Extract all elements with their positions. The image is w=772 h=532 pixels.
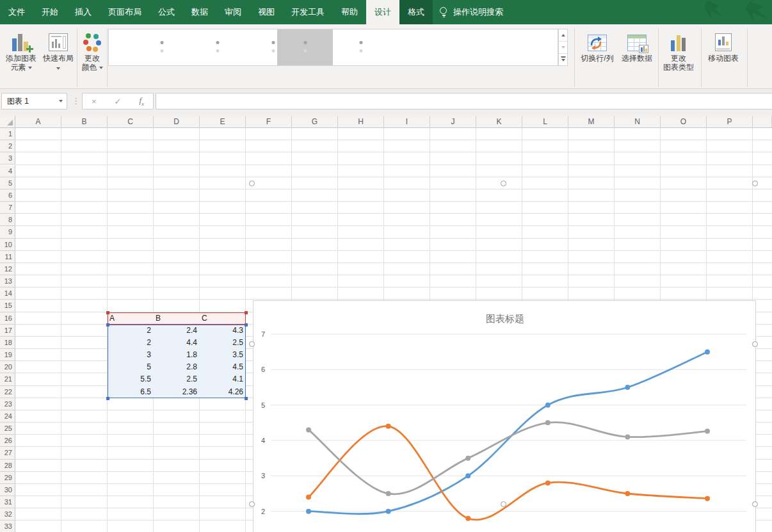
row-header-8[interactable]: 8 (0, 214, 15, 226)
row-header-4[interactable]: 4 (0, 165, 15, 177)
row-header-3[interactable]: 3 (0, 152, 15, 165)
column-header-B[interactable]: B (61, 116, 108, 128)
cell-value[interactable]: 1.8 (156, 349, 197, 361)
ribbon-tab-审阅[interactable]: 审阅 (216, 0, 250, 24)
ribbon-tab-数据[interactable]: 数据 (183, 0, 216, 24)
chart-object[interactable]: 01234567123456图表标题ABC (253, 300, 756, 532)
cell-header-A[interactable]: A (109, 312, 152, 325)
ribbon-tab-插入[interactable]: 插入 (67, 0, 100, 24)
column-header-O[interactable]: O (661, 116, 707, 128)
cell-value[interactable]: 4.1 (202, 373, 243, 385)
cell-value[interactable]: 3.5 (202, 349, 243, 361)
column-header-H[interactable]: H (338, 116, 384, 128)
chart-selection-handle[interactable] (249, 501, 255, 507)
column-header-K[interactable]: K (476, 116, 522, 128)
row-header-17[interactable]: 17 (0, 325, 15, 337)
cell-value[interactable]: 2 (109, 337, 151, 349)
chart-selection-handle[interactable] (501, 501, 506, 507)
chart-style-option-selected[interactable] (277, 29, 333, 65)
cell-value[interactable]: 4.5 (202, 361, 243, 373)
cancel-button[interactable]: × (92, 97, 97, 106)
chart-style-option[interactable] (134, 29, 189, 65)
formula-input[interactable] (156, 93, 772, 109)
cell-value[interactable]: 4.26 (202, 386, 243, 398)
change-chart-type-button[interactable]: 更改 图表类型 (661, 27, 696, 72)
row-header-2[interactable]: 2 (0, 140, 15, 152)
row-header-28[interactable]: 28 (0, 460, 15, 472)
row-header-24[interactable]: 24 (0, 410, 15, 423)
row-header-9[interactable]: 9 (0, 226, 15, 238)
chart-styles-gallery[interactable] (108, 29, 558, 66)
ribbon-tab-帮助[interactable]: 帮助 (333, 0, 366, 24)
row-header-6[interactable]: 6 (0, 189, 15, 202)
cell-value[interactable]: 5 (109, 361, 151, 373)
row-header-29[interactable]: 29 (0, 472, 15, 484)
cell-value[interactable]: 2.4 (156, 325, 197, 337)
add-chart-element-button[interactable]: 添加图表 元素 (2, 27, 40, 72)
ribbon-tab-设计[interactable]: 设计 (366, 0, 399, 24)
move-chart-button[interactable]: 移动图表 (704, 27, 743, 63)
row-header-22[interactable]: 22 (0, 386, 15, 398)
cell-value[interactable]: 2.5 (202, 337, 243, 349)
column-header-F[interactable]: F (246, 116, 292, 128)
row-header-7[interactable]: 7 (0, 202, 15, 214)
cell-header-C[interactable]: C (202, 312, 244, 325)
row-header-21[interactable]: 21 (0, 373, 15, 385)
column-header-N[interactable]: N (615, 116, 661, 128)
column-header-A[interactable]: A (15, 116, 61, 128)
ribbon-tab-公式[interactable]: 公式 (150, 0, 183, 24)
column-header-partial[interactable] (753, 116, 772, 128)
row-header-18[interactable]: 18 (0, 337, 15, 349)
cell-value[interactable]: 5.5 (109, 373, 151, 385)
chart-title[interactable]: 图表标题 (486, 313, 524, 324)
cell-header-B[interactable]: B (156, 312, 198, 325)
enter-button[interactable]: ✓ (115, 97, 122, 106)
row-header-30[interactable]: 30 (0, 484, 15, 496)
column-header-E[interactable]: E (200, 116, 246, 128)
ribbon-tab-页面布局[interactable]: 页面布局 (100, 0, 150, 24)
chart-selection-handle[interactable] (752, 341, 758, 347)
column-header-L[interactable]: L (522, 116, 568, 128)
column-header-G[interactable]: G (292, 116, 338, 128)
column-header-M[interactable]: M (568, 116, 615, 128)
chart-selection-handle[interactable] (752, 181, 758, 186)
column-header-P[interactable]: P (707, 116, 753, 128)
name-box[interactable]: 图表 1 (1, 93, 67, 109)
chart-selection-handle[interactable] (752, 501, 758, 507)
cell-value[interactable]: 2.5 (156, 373, 197, 385)
ribbon-tab-格式[interactable]: 格式 (399, 0, 433, 24)
ribbon-tab-开发工具[interactable]: 开发工具 (283, 0, 333, 24)
gallery-scroll-up-button[interactable] (559, 29, 567, 42)
cell-value[interactable]: 2.36 (156, 386, 197, 398)
row-header-15[interactable]: 15 (0, 300, 15, 312)
row-header-11[interactable]: 11 (0, 251, 15, 263)
row-header-12[interactable]: 12 (0, 263, 15, 275)
quick-layout-button[interactable]: 快速布局 (41, 27, 76, 72)
range-resize-handle[interactable] (245, 397, 248, 400)
row-header-5[interactable]: 5 (0, 177, 15, 189)
ribbon-tab-文件[interactable]: 文件 (0, 0, 33, 24)
cell-value[interactable]: 2.8 (156, 361, 197, 373)
range-resize-handle[interactable] (245, 311, 248, 314)
row-header-19[interactable]: 19 (0, 349, 15, 361)
chart-selection-handle[interactable] (249, 181, 255, 186)
column-header-J[interactable]: J (430, 116, 476, 128)
chart-style-option[interactable] (333, 29, 389, 65)
select-all-button[interactable] (0, 116, 15, 128)
row-header-26[interactable]: 26 (0, 435, 15, 447)
ribbon-tab-开始[interactable]: 开始 (33, 0, 67, 24)
gallery-scroll-down-button[interactable] (559, 42, 567, 54)
select-data-button[interactable]: 选择数据 (618, 27, 655, 63)
column-header-C[interactable]: C (108, 116, 154, 128)
chart-style-option[interactable] (189, 29, 245, 65)
row-header-16[interactable]: 16 (0, 312, 15, 325)
row-header-20[interactable]: 20 (0, 361, 15, 373)
chart-selection-handle[interactable] (249, 341, 255, 347)
range-resize-handle[interactable] (245, 323, 248, 326)
cell-value[interactable]: 4.4 (156, 337, 197, 349)
switch-row-column-button[interactable]: 切换行/列 (577, 27, 618, 63)
cell-value[interactable]: 4.3 (202, 325, 243, 337)
column-header-D[interactable]: D (154, 116, 200, 128)
chart-selection-handle[interactable] (501, 181, 506, 186)
row-header-33[interactable]: 33 (0, 520, 15, 532)
